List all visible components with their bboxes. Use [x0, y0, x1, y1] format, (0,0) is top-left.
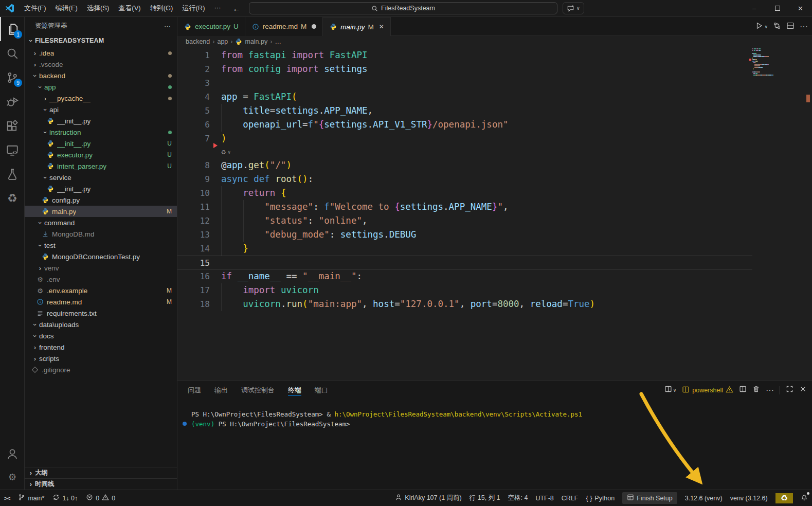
close-button[interactable]: ✕ [789, 0, 812, 16]
tree-item[interactable]: ›app [25, 81, 177, 93]
activity-manage-settings[interactable]: ⚙ [0, 465, 25, 489]
status-problems[interactable]: 00 [86, 494, 115, 502]
terminal[interactable]: PS H:\OwnProject\FilesReadSysteam> & h:\… [191, 409, 807, 429]
inline-chat-widget[interactable]: ♻∨ [177, 146, 752, 158]
maximize-button[interactable] [766, 0, 789, 16]
status-git-sync[interactable]: 1↓ 0↑ [52, 494, 78, 502]
tree-item[interactable]: .gitignore [25, 364, 177, 375]
code-line[interactable]: 18 uvicorn.run("main:app", host="127.0.0… [177, 297, 752, 311]
customize-layout[interactable] [681, 2, 696, 15]
tree-item[interactable]: config.py [25, 194, 177, 206]
tree-item[interactable]: ›.idea [25, 47, 177, 59]
sidebar-section-1[interactable]: ›时间线 [25, 478, 177, 490]
code-line[interactable]: 14 } [177, 242, 752, 256]
code-editor[interactable]: 1from fastapi import FastAPI2from config… [177, 47, 812, 381]
menu-item-0[interactable]: 文件(F) [20, 2, 51, 15]
tree-item[interactable]: executor.pyU [25, 149, 177, 160]
status-git-blame[interactable]: KiriAky 107 (1 周前) [395, 494, 461, 502]
run-python-file[interactable]: ∨ [755, 22, 768, 32]
code-line[interactable]: 2from config import settings [177, 62, 752, 76]
code-line[interactable]: 11 "message": f"Welcome to {settings.APP… [177, 200, 752, 214]
code-line[interactable]: 7) [177, 132, 752, 146]
close-tab-icon[interactable]: ✕ [379, 23, 384, 30]
code-line[interactable]: 3 [177, 76, 752, 90]
status-notifications-bell[interactable] [801, 494, 808, 502]
tree-item[interactable]: ›docs [25, 330, 177, 341]
menu-item-4[interactable]: 转到(G) [146, 2, 178, 15]
breadcrumb-item[interactable]: main.py [245, 38, 267, 45]
status-indentation[interactable]: 空格: 4 [508, 494, 528, 502]
tree-item[interactable]: ›instruction [25, 127, 177, 138]
tree-item[interactable]: ›service [25, 172, 177, 183]
tree-item[interactable]: ⚙.env [25, 274, 177, 285]
code-line[interactable]: 15 [177, 256, 752, 269]
tree-item[interactable]: ›frontend [25, 341, 177, 353]
explorer-more-actions[interactable]: ··· [164, 22, 171, 30]
tab-main-py[interactable]: main.pyM✕ [323, 17, 391, 36]
breadcrumb-item[interactable]: app [217, 38, 228, 45]
code-line[interactable]: 6 openapi_url=f"{settings.API_V1_STR}/op… [177, 118, 752, 132]
status-venv-indicator[interactable]: venv (3.12.6) [730, 495, 768, 502]
status-finish-setup[interactable]: Finish Setup [622, 492, 677, 504]
tab-readme-md[interactable]: readme.mdM [245, 17, 323, 36]
status-remote-indicator[interactable]: >< [4, 495, 10, 501]
open-changes[interactable] [773, 22, 781, 32]
toggle-secondary-sidebar[interactable] [727, 2, 743, 15]
kill-terminal[interactable] [752, 385, 760, 395]
status-encoding[interactable]: UTF-8 [535, 495, 553, 502]
code-line[interactable]: 12 "status": "online", [177, 214, 752, 228]
tree-item[interactable]: ›command [25, 217, 177, 228]
tree-item[interactable]: main.pyM [25, 206, 177, 217]
code-line[interactable]: 9async def root(): [177, 172, 752, 186]
tree-item[interactable]: MongoDB.md [25, 228, 177, 240]
minimap[interactable] [752, 48, 804, 76]
activity-remote-explorer[interactable] [0, 138, 25, 162]
sidebar-section-0[interactable]: ›大纲 [25, 467, 177, 478]
terminal-command-decoration-icon[interactable] [183, 422, 187, 426]
breadcrumb-item[interactable]: … [275, 38, 281, 45]
copilot-menu-button[interactable]: ∨ [563, 2, 584, 14]
activity-accounts[interactable] [0, 442, 25, 465]
status-cursor-position[interactable]: 行 15, 列 1 [470, 494, 500, 502]
split-terminal[interactable] [739, 385, 747, 395]
tree-item[interactable]: __init__.py [25, 183, 177, 194]
activity-search[interactable] [0, 41, 25, 65]
tree-item[interactable]: ›scripts [25, 353, 177, 364]
activity-extensions[interactable] [0, 114, 25, 138]
tree-item[interactable]: ›venv [25, 262, 177, 274]
terminal-line[interactable]: (venv) PS H:\OwnProject\FilesReadSysteam… [191, 419, 807, 429]
status-git-branch[interactable]: main* [18, 494, 44, 502]
code-line[interactable]: 8@app.get("/") [177, 158, 752, 172]
command-center-search[interactable]: FilesReadSysteam [249, 2, 557, 14]
tree-item[interactable]: ›.vscode [25, 59, 177, 70]
panel-tab-1[interactable]: 输出 [214, 381, 228, 399]
split-editor[interactable] [786, 22, 795, 32]
toggle-primary-sidebar[interactable] [696, 2, 712, 15]
activity-run-and-debug[interactable] [0, 89, 25, 114]
breadcrumb-item[interactable]: backend [186, 38, 210, 45]
menu-item-2[interactable]: 选择(S) [82, 2, 114, 15]
toggle-panel[interactable] [712, 2, 727, 15]
tree-item[interactable]: ›backend [25, 70, 177, 81]
menu-item-5[interactable]: 运行(R) [177, 2, 209, 15]
overview-ruler[interactable] [805, 47, 812, 381]
status-language-mode[interactable]: { }Python [586, 495, 615, 502]
tree-item[interactable]: ⚙.env.exampleM [25, 285, 177, 296]
panel-tab-4[interactable]: 端口 [315, 381, 328, 399]
menu-item-3[interactable]: 查看(V) [114, 2, 145, 15]
tab-executor-py[interactable]: executor.pyU [177, 17, 245, 36]
code-line[interactable]: 17 import uvicorn [177, 283, 752, 297]
terminal-launch-dropdown[interactable]: ∨ [664, 385, 677, 395]
tree-item[interactable]: readme.mdM [25, 296, 177, 308]
activity-testing[interactable] [0, 162, 25, 186]
breadcrumb[interactable]: backend›app›main.py›… [177, 36, 812, 47]
code-line[interactable]: 1from fastapi import FastAPI [177, 48, 752, 62]
activity-source-control[interactable]: 9 [0, 65, 25, 89]
tree-item[interactable]: ›__pycache__ [25, 93, 177, 104]
tree-item[interactable]: intent_parser.pyU [25, 160, 177, 172]
code-line[interactable]: 13 "debug_mode": settings.DEBUG [177, 228, 752, 242]
tree-item[interactable]: __init__.py [25, 115, 177, 127]
terminal-line[interactable]: PS H:\OwnProject\FilesReadSysteam> & h:\… [191, 409, 807, 419]
activity-ai-extension[interactable]: ♻ [0, 186, 25, 210]
tree-item[interactable]: ›data\uploads [25, 319, 177, 330]
